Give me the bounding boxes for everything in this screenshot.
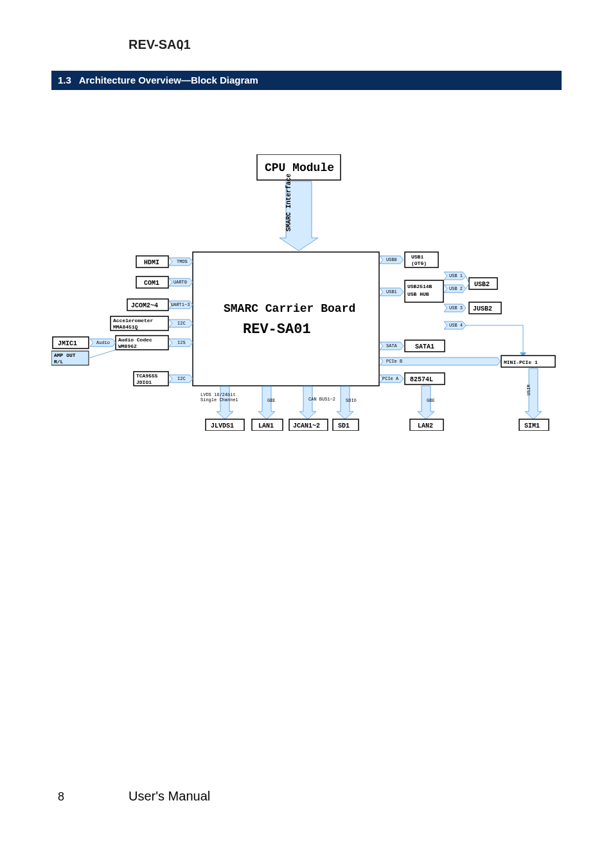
jcom-bus: UART1~3 bbox=[171, 302, 190, 307]
usb1-l2: (OTG) bbox=[411, 260, 427, 266]
sim-bus: USIM bbox=[526, 384, 531, 395]
audio-l2: WM8962 bbox=[118, 343, 137, 349]
jusb2-label: JUSB2 bbox=[473, 305, 492, 312]
svg-line-9 bbox=[89, 350, 116, 358]
minipcie-label: MINI-PCIe 1 bbox=[504, 359, 538, 365]
jmic-label: JMIC1 bbox=[58, 340, 77, 347]
usb2-port1: USB 1 bbox=[449, 273, 463, 278]
section-number: 1.3 bbox=[58, 75, 71, 86]
jlvds-label: JLVDS1 bbox=[211, 422, 234, 429]
footer-label: User's Manual bbox=[129, 789, 210, 804]
tca-bus: I2C bbox=[177, 376, 186, 381]
amp-l2: R/L bbox=[54, 359, 64, 365]
sata-label: SATA1 bbox=[415, 343, 434, 350]
tca-l2: JDIO1 bbox=[136, 379, 152, 385]
block-diagram: CPU Module SMARC Interface SMARC Carrier… bbox=[51, 154, 562, 431]
usb2-port2: USB 2 bbox=[449, 286, 463, 291]
tca-l1: TCA9555 bbox=[136, 373, 158, 379]
accel-l1: Accelerometer bbox=[113, 318, 154, 323]
pcie-b-bus: PCIe B bbox=[386, 359, 402, 364]
usbhub-bus: USB1 bbox=[386, 289, 397, 294]
usbhub-l2: USB HUB bbox=[407, 291, 429, 297]
usbhub-l1: USB2514B bbox=[407, 284, 432, 289]
carrier-title: SMARC Carrier Board bbox=[224, 302, 355, 315]
sd1-label: SD1 bbox=[338, 422, 350, 429]
accel-l2: MMA8451Q bbox=[113, 324, 138, 330]
sim-label: SIM1 bbox=[524, 422, 540, 429]
sd1-bus: SDIO bbox=[346, 398, 357, 403]
audio-bus: I2S bbox=[177, 340, 186, 345]
amp-l1: AMP OUT bbox=[54, 352, 76, 358]
com1-bus: UART0 bbox=[173, 280, 187, 285]
jusb2-port4: USB 4 bbox=[449, 323, 463, 328]
lvds-bus-l2: Single Channel bbox=[200, 397, 238, 402]
jcan-bus: CAN BUS1~2 bbox=[308, 397, 335, 402]
section-title: Architecture Overview—Block Diagram bbox=[79, 75, 258, 86]
audio-l1: Audio Codec bbox=[118, 337, 152, 343]
comma: , bbox=[180, 40, 182, 51]
lan2-label: LAN2 bbox=[418, 422, 433, 429]
cpu-module-label: CPU Module bbox=[265, 161, 334, 174]
sata-bus: SATA bbox=[386, 343, 398, 348]
lan1-label: LAN1 bbox=[258, 422, 274, 429]
lan1-bus: GBE bbox=[267, 398, 276, 403]
jusb2-port3: USB 3 bbox=[449, 305, 463, 311]
lan2-chip-label: 82574L bbox=[410, 376, 433, 383]
hdmi-label: HDMI bbox=[144, 259, 159, 266]
usb2-label: USB2 bbox=[474, 281, 490, 288]
com1-label: COM1 bbox=[144, 280, 159, 287]
page-number: 8 bbox=[58, 790, 64, 804]
section-banner: 1.3 Architecture Overview—Block Diagram bbox=[51, 71, 562, 90]
hdmi-bus: TMDS bbox=[177, 259, 188, 264]
usb1-l1: USB1 bbox=[411, 254, 423, 260]
lan2-bus: GBE bbox=[427, 398, 435, 403]
jcom-label: JCOM2~4 bbox=[131, 302, 158, 309]
carrier-sub: REV-SA01 bbox=[243, 321, 311, 338]
audio-out-bus: Audio bbox=[96, 340, 110, 345]
lvds-bus-l1: LVDS 18/24bit bbox=[200, 392, 236, 397]
jcan-label: JCAN1~2 bbox=[293, 422, 320, 429]
smarc-if-label: SMARC Interface bbox=[285, 174, 292, 231]
pcie-a-bus: PCIe A bbox=[382, 376, 399, 381]
usb1-bus: USB0 bbox=[386, 257, 397, 262]
accel-bus: I2C bbox=[177, 321, 186, 326]
svg-rect-1 bbox=[193, 252, 379, 386]
